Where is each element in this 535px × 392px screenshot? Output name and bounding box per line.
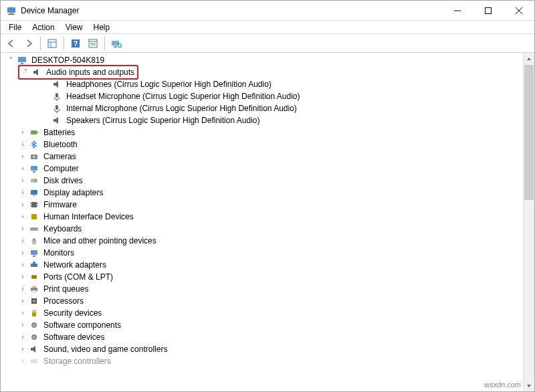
expand-icon[interactable]: › — [18, 152, 27, 161]
expand-icon[interactable]: › — [18, 176, 27, 185]
menu-file[interactable]: File — [3, 21, 27, 33]
expand-icon[interactable]: › — [18, 200, 27, 209]
category-label: Sound, video and game controllers — [42, 343, 169, 355]
minimize-button[interactable] — [442, 1, 473, 20]
category-mice[interactable]: ›Mice and other pointing devices — [3, 235, 523, 247]
device-item[interactable]: · Internal Microphone (Cirrus Logic Supe… — [3, 102, 523, 114]
svg-rect-56 — [32, 290, 36, 292]
expand-icon[interactable]: › — [18, 164, 27, 173]
close-button[interactable] — [504, 1, 534, 20]
svg-rect-24 — [56, 105, 58, 110]
toolbar-separator — [64, 37, 64, 50]
help-button[interactable]: ? — [68, 35, 84, 52]
expand-icon[interactable]: › — [18, 320, 27, 330]
category-label: Batteries — [42, 126, 76, 138]
category-security[interactable]: ›Security devices — [3, 307, 523, 319]
svg-rect-49 — [33, 262, 35, 264]
vertical-scrollbar[interactable] — [523, 53, 534, 391]
category-cameras[interactable]: ›Cameras — [3, 151, 523, 163]
category-computer[interactable]: ›Computer — [3, 163, 523, 175]
category-bluetooth[interactable]: ›Bluetooth — [3, 138, 523, 151]
device-label: Headphones (Cirrus Logic Superior High D… — [65, 78, 273, 90]
expand-icon[interactable]: › — [18, 357, 27, 366]
category-label: Processors — [42, 295, 85, 307]
svg-rect-59 — [32, 312, 36, 316]
category-sound-controllers[interactable]: ›Sound, video and game controllers — [3, 343, 523, 355]
expand-icon[interactable]: › — [18, 188, 27, 197]
svg-rect-41 — [31, 214, 37, 219]
category-display-adapters[interactable]: ›Display adapters — [3, 187, 523, 199]
device-tree[interactable]: ˅ DESKTOP-504K819 ˅ Audio inputs and out… — [1, 53, 523, 391]
expand-icon[interactable]: › — [18, 236, 27, 246]
expand-icon[interactable]: › — [18, 296, 27, 306]
device-item[interactable]: · Headset Microphone (Cirrus Logic Super… — [3, 90, 523, 102]
svg-rect-7 — [48, 39, 56, 47]
svg-point-51 — [32, 276, 33, 278]
expand-icon[interactable]: › — [18, 272, 27, 282]
category-label: Keyboards — [42, 223, 83, 235]
collapse-icon[interactable]: ˅ — [21, 68, 30, 77]
category-print-queues[interactable]: ›Print queues — [3, 283, 523, 295]
expand-icon[interactable]: › — [18, 248, 27, 258]
category-disk-drives[interactable]: ›Disk drives — [3, 175, 523, 187]
title-bar: Device Manager — [1, 1, 534, 21]
mouse-icon — [29, 235, 39, 246]
gear-icon — [29, 332, 39, 342]
expand-icon[interactable]: › — [18, 140, 27, 149]
scan-hardware-button[interactable] — [108, 35, 124, 52]
category-hid[interactable]: ›Human Interface Devices — [3, 211, 523, 223]
highlight-annotation: ˅ Audio inputs and outputs — [18, 65, 138, 80]
show-hide-console-tree-button[interactable] — [44, 35, 60, 52]
scrollbar-thumb[interactable] — [524, 65, 534, 200]
expand-icon[interactable]: › — [18, 224, 27, 233]
speaker-icon — [31, 67, 42, 78]
expand-icon[interactable]: › — [18, 128, 27, 137]
svg-rect-4 — [486, 7, 492, 13]
category-ports[interactable]: ›Ports (COM & LPT) — [3, 271, 523, 283]
category-label: Ports (COM & LPT) — [42, 271, 114, 283]
svg-text:?: ? — [74, 39, 78, 47]
category-software-components[interactable]: ›Software components — [3, 319, 523, 331]
speaker-icon — [29, 344, 39, 355]
device-item[interactable]: · Headphones (Cirrus Logic Superior High… — [3, 78, 523, 90]
svg-rect-27 — [37, 132, 38, 133]
category-audio[interactable]: ˅ Audio inputs and outputs — [3, 66, 523, 78]
category-processors[interactable]: ›Processors — [3, 295, 523, 307]
maximize-button[interactable] — [473, 1, 504, 20]
back-button[interactable] — [3, 35, 19, 52]
svg-rect-48 — [31, 264, 37, 267]
svg-rect-17 — [114, 46, 117, 47]
menu-help[interactable]: Help — [88, 21, 116, 33]
scrollbar-track[interactable] — [524, 201, 534, 380]
expand-icon[interactable]: › — [18, 284, 27, 294]
scroll-down-icon[interactable] — [524, 380, 534, 391]
category-network[interactable]: ›Network adapters — [3, 259, 523, 271]
expand-icon[interactable]: › — [18, 332, 27, 342]
scroll-up-icon[interactable] — [524, 53, 534, 64]
category-firmware[interactable]: ›Firmware — [3, 199, 523, 211]
battery-icon — [29, 127, 39, 138]
watermark-text: wsxdn.com — [484, 381, 521, 389]
category-keyboards[interactable]: ›Keyboards — [3, 223, 523, 235]
device-item[interactable]: · Speakers (Cirrus Logic Superior High D… — [3, 114, 523, 126]
display-adapter-icon — [29, 187, 39, 198]
menu-view[interactable]: View — [60, 21, 88, 33]
category-monitors[interactable]: ›Monitors — [3, 247, 523, 259]
collapse-icon[interactable]: ˅ — [6, 56, 15, 65]
speaker-icon — [51, 79, 62, 90]
forward-button[interactable] — [21, 35, 37, 52]
svg-rect-55 — [32, 286, 36, 288]
category-storage-controllers[interactable]: ›Storage controllers — [3, 355, 523, 367]
expand-icon[interactable]: › — [18, 308, 27, 318]
category-label: Storage controllers — [42, 355, 112, 367]
computer-icon — [29, 163, 39, 174]
menu-action[interactable]: Action — [27, 21, 60, 33]
category-batteries[interactable]: ›Batteries — [3, 126, 523, 138]
expand-icon[interactable]: › — [18, 345, 27, 354]
category-software-devices[interactable]: ›Software devices — [3, 331, 523, 343]
properties-button[interactable] — [85, 35, 101, 52]
svg-rect-34 — [31, 190, 37, 195]
expand-icon[interactable]: › — [18, 260, 27, 270]
expand-icon[interactable]: › — [18, 212, 27, 221]
category-label: Mice and other pointing devices — [42, 235, 158, 247]
